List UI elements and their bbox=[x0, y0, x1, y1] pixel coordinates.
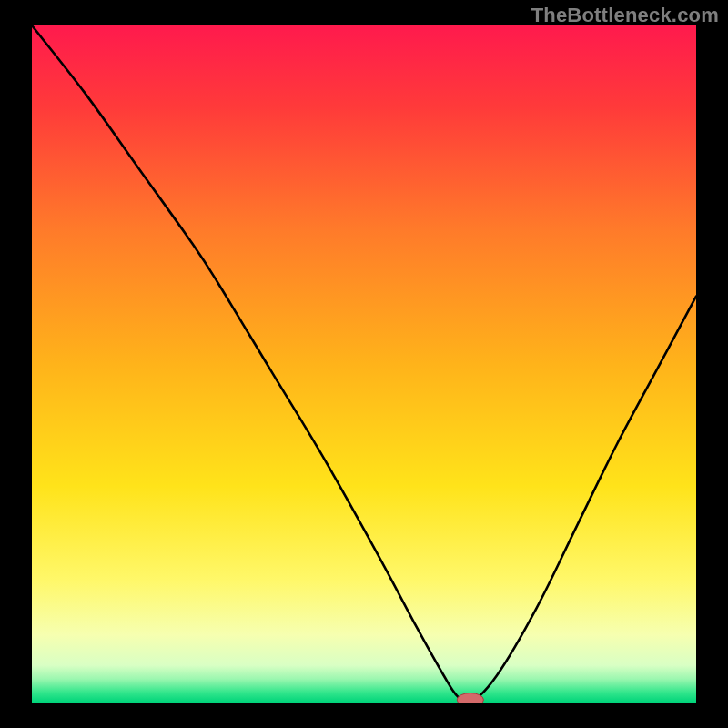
chart-svg bbox=[32, 25, 696, 703]
gradient-background bbox=[32, 25, 696, 703]
plot-area bbox=[32, 25, 696, 703]
chart-frame: TheBottleneck.com bbox=[0, 0, 728, 728]
watermark-text: TheBottleneck.com bbox=[531, 4, 719, 27]
